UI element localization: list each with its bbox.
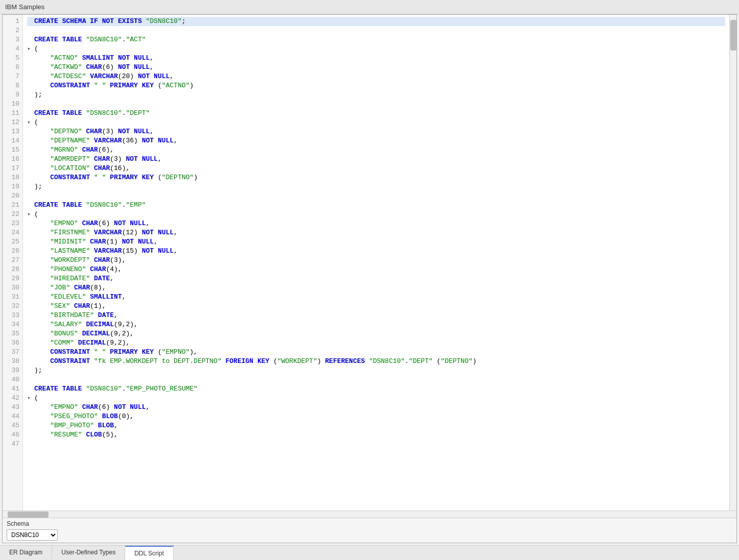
code-line: "PHONENO" CHAR(4), [27,265,725,274]
scrollbar-thumb-v[interactable] [730,20,736,51]
code-line: "FIRSTNME" VARCHAR(12) NOT NULL, [27,228,725,237]
line-numbers: 1234567891011121314151617181920212223242… [3,15,23,510]
code-line: ); [27,90,725,100]
code-line: "ADMRDEPT" CHAR(3) NOT NULL, [27,155,725,164]
fold-indicator[interactable]: ▾ [27,394,34,403]
code-line: ); [27,366,725,375]
fold-indicator[interactable]: ▾ [27,118,34,127]
title-bar: IBM Samples [0,0,739,14]
code-line: CREATE TABLE "DSN8C10"."DEPT" [27,109,725,118]
main-window: IBM Samples 1234567891011121314151617181… [0,0,739,560]
fold-indicator[interactable]: ▾ [27,44,34,54]
code-line: "ACTKWD" CHAR(6) NOT NULL, [27,63,725,72]
code-line [27,191,725,201]
tab-ddl-script[interactable]: DDL Script [125,546,174,560]
code-line: CREATE TABLE "DSN8C10"."EMP_PHOTO_RESUME… [27,384,725,394]
schema-select[interactable]: DSN8C10 [7,529,58,541]
editor-area[interactable]: 1234567891011121314151617181920212223242… [3,15,736,510]
bottom-bar: Schema DSN8C10 [3,518,736,543]
scrollbar-thumb-h[interactable] [8,512,49,518]
code-line: "ACTNO" SMALLINT NOT NULL, [27,54,725,63]
fold-indicator[interactable]: ▾ [27,210,34,219]
schema-label: Schema [7,520,732,527]
code-line: "MGRNO" CHAR(6), [27,145,725,155]
code-line: ▾( [27,44,725,54]
tab-user-defined-types[interactable]: User-Defined Types [52,546,125,560]
code-line [27,26,725,35]
code-line: ▾( [27,118,725,127]
code-line: "MIDINIT" CHAR(1) NOT NULL, [27,237,725,247]
scrollbar-horizontal[interactable] [3,510,736,518]
code-line [27,440,725,449]
code-line: "JOB" CHAR(8), [27,283,725,293]
code-line: ▾( [27,394,725,403]
code-line: "LOCATION" CHAR(16), [27,164,725,173]
window-title: IBM Samples [5,3,44,11]
code-line: CONSTRAINT " " PRIMARY KEY ("ACTNO") [27,81,725,90]
code-line: "DEPTNO" CHAR(3) NOT NULL, [27,127,725,136]
tab-er-diagram[interactable]: ER Diagram [0,546,52,560]
code-line: "EMPNO" CHAR(6) NOT NULL, [27,219,725,228]
code-line: "EMPNO" CHAR(6) NOT NULL, [27,403,725,412]
code-line: CREATE SCHEMA IF NOT EXISTS "DSN8C10"; [27,17,725,26]
code-line: "EDLEVEL" SMALLINT, [27,293,725,302]
code-line: CREATE TABLE "DSN8C10"."EMP" [27,201,725,210]
code-line: "LASTNAME" VARCHAR(15) NOT NULL, [27,247,725,256]
code-line [27,100,725,109]
code-line: "SALARY" DECIMAL(9,2), [27,320,725,329]
code-line: "RESUME" CLOB(5), [27,430,725,440]
main-content: 1234567891011121314151617181920212223242… [2,14,737,543]
code-line: CONSTRAINT "fk EMP.WORKDEPT to DEPT.DEPT… [27,357,725,366]
code-line: "COMM" DECIMAL(9,2), [27,338,725,348]
code-line: ▾( [27,210,725,219]
code-container[interactable]: 1234567891011121314151617181920212223242… [3,15,729,510]
code-line: "BMP_PHOTO" BLOB, [27,421,725,430]
tab-bar-bottom: ER Diagram User-Defined Types DDL Script [0,545,739,560]
code-line: "HIREDATE" DATE, [27,274,725,283]
code-line: "BIRTHDATE" DATE, [27,311,725,320]
code-line: "ACTDESC" VARCHAR(20) NOT NULL, [27,72,725,81]
code-editor[interactable]: CREATE SCHEMA IF NOT EXISTS "DSN8C10"; C… [23,15,729,510]
code-line: "DEPTNAME" VARCHAR(36) NOT NULL, [27,136,725,145]
code-line: "WORKDEPT" CHAR(3), [27,256,725,265]
code-line: "SEX" CHAR(1), [27,302,725,311]
code-line: ); [27,182,725,191]
code-line [27,375,725,384]
code-line: CONSTRAINT " " PRIMARY KEY ("EMPNO"), [27,348,725,357]
code-line: CONSTRAINT " " PRIMARY KEY ("DEPTNO") [27,173,725,182]
code-line: CREATE TABLE "DSN8C10"."ACT" [27,35,725,44]
code-line: "PSEG_PHOTO" BLOB(0), [27,412,725,421]
scrollbar-vertical[interactable] [729,15,736,510]
code-line: "BONUS" DECIMAL(9,2), [27,329,725,338]
